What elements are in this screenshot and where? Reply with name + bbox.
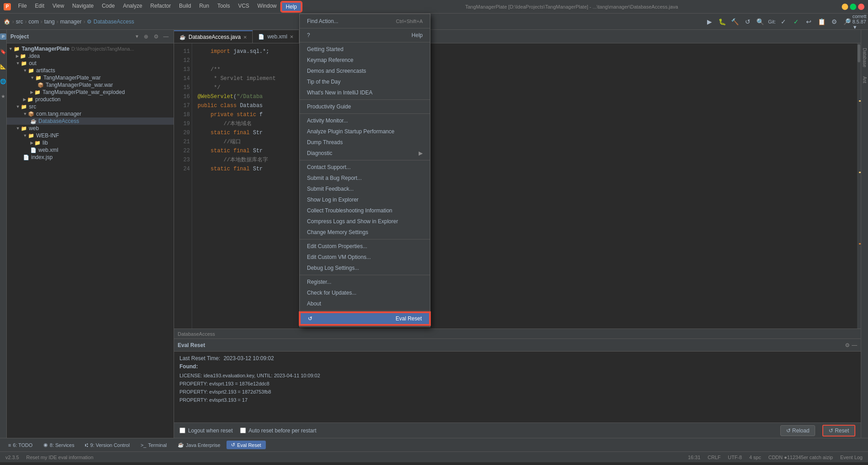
- menu-view[interactable]: View: [49, 2, 68, 12]
- panel-minimize-button[interactable]: —: [162, 33, 170, 41]
- menu-productivity-guide[interactable]: Productivity Guide: [300, 101, 430, 112]
- menu-whats-new[interactable]: What's New in IntelliJ IDEA: [300, 87, 430, 98]
- menu-edit-custom-props[interactable]: Edit Custom Properties...: [300, 241, 430, 252]
- menu-build[interactable]: Build: [175, 2, 195, 12]
- breadcrumb-file[interactable]: ⚙ DatabaseAccess: [87, 19, 134, 25]
- panel-settings-button[interactable]: ⚙: [152, 33, 160, 41]
- favorites-icon[interactable]: ★: [1, 94, 5, 99]
- tree-item[interactable]: ▼ 📁 WEB-INF: [7, 132, 174, 139]
- menu-eval-reset[interactable]: ↺ Eval Reset: [300, 312, 430, 325]
- tab-terminal[interactable]: >_ Terminal: [136, 441, 171, 449]
- menu-about[interactable]: About: [300, 298, 430, 309]
- tab-database-access[interactable]: ☕ DatabaseAccess.java ✕: [174, 30, 253, 43]
- search-button[interactable]: 🔍: [755, 17, 765, 27]
- tree-item[interactable]: ▼ 📁 TangManagerPlate D:\IdeaProjects\Tan…: [7, 45, 174, 52]
- minimize-button[interactable]: [842, 4, 848, 10]
- menu-tools[interactable]: Tools: [214, 2, 234, 12]
- tree-item[interactable]: 📄 web.xml: [7, 146, 174, 154]
- menu-submit-feedback[interactable]: Submit Feedback...: [300, 183, 430, 194]
- menu-refactor[interactable]: Refactor: [147, 2, 175, 12]
- menu-register[interactable]: Register...: [300, 277, 430, 287]
- tree-item[interactable]: ▼ 📁 artifacts: [7, 67, 174, 74]
- tree-item[interactable]: 📦 TangManagerPlate_war.war: [7, 81, 174, 89]
- panel-close-icon[interactable]: —: [852, 342, 857, 348]
- tab-webxml[interactable]: 📄 web.xml ✕: [253, 30, 299, 43]
- run-button[interactable]: ▶: [705, 17, 715, 27]
- tree-item[interactable]: ▼ 📁 src: [7, 103, 174, 110]
- maximize-button[interactable]: [850, 4, 856, 10]
- menu-file[interactable]: File: [14, 2, 30, 12]
- event-log[interactable]: Event Log: [840, 455, 863, 460]
- menu-contact-support[interactable]: Contact Support...: [300, 162, 430, 173]
- breadcrumb-tang[interactable]: tang: [44, 19, 55, 25]
- tree-item[interactable]: ▼ 📦 com.tang.manager: [7, 110, 174, 117]
- code-content[interactable]: import java.sql.*; /** * Servlet impleme…: [192, 43, 861, 329]
- ant-tab[interactable]: Ant: [862, 76, 867, 83]
- menu-help-item[interactable]: ? Help: [300, 30, 430, 41]
- menu-submit-bug[interactable]: Submit a Bug Report...: [300, 173, 430, 183]
- tab-eval-reset[interactable]: ↺ Eval Reset: [226, 441, 265, 449]
- reset-button[interactable]: ↺ Reset: [822, 425, 855, 437]
- panel-scope-button[interactable]: ⊕: [142, 33, 150, 41]
- code-editor[interactable]: 11 12 13 14 15 16 17 18 19 20 21 22 23 2…: [174, 43, 861, 329]
- database-tab[interactable]: Database: [862, 48, 867, 67]
- reload-button[interactable]: ↺: [743, 17, 753, 27]
- tree-item[interactable]: ▶ 📁 lib: [7, 139, 174, 146]
- settings-button[interactable]: ⚙: [829, 17, 839, 27]
- jdk-selector[interactable]: corrett 8.5.87 ▼: [854, 17, 864, 27]
- breadcrumb-project[interactable]: 🏠: [4, 19, 10, 25]
- tree-item[interactable]: ▶ 📁 .idea: [7, 52, 174, 60]
- tab-todo[interactable]: ≡ 6: TODO: [4, 441, 37, 449]
- search-everywhere[interactable]: 🔎: [842, 17, 852, 27]
- git-green-check[interactable]: ✓: [791, 17, 801, 27]
- menu-find-action[interactable]: Find Action... Ctrl+Shift+A: [300, 16, 430, 27]
- menu-collect-troubleshooting[interactable]: Collect Troubleshooting Information: [300, 205, 430, 216]
- tab-close-button[interactable]: ✕: [290, 34, 293, 39]
- bookmark-icon[interactable]: 🔖: [0, 49, 6, 55]
- breadcrumb-com[interactable]: com: [28, 19, 39, 25]
- menu-vcs[interactable]: VCS: [235, 2, 253, 12]
- breadcrumb-manager[interactable]: manager: [60, 19, 81, 25]
- tree-item[interactable]: ▶ 📁 production: [7, 96, 174, 103]
- scroll-bar[interactable]: [857, 43, 861, 329]
- tab-services[interactable]: ◉ 8: Services: [39, 441, 79, 449]
- menu-help[interactable]: Help: [281, 2, 302, 12]
- tab-java-enterprise[interactable]: ☕ Java Enterprise: [173, 441, 225, 449]
- menu-window[interactable]: Window: [254, 2, 280, 12]
- auto-reset-checkbox[interactable]: [240, 427, 246, 433]
- menu-analyze-plugin[interactable]: Analyze Plugin Startup Performance: [300, 126, 430, 137]
- copy-button[interactable]: 📋: [816, 17, 826, 27]
- tab-version-control[interactable]: ⑆ 9: Version Control: [80, 441, 134, 449]
- menu-edit[interactable]: Edit: [31, 2, 48, 12]
- tab-close-button[interactable]: ✕: [243, 35, 247, 40]
- menu-change-memory[interactable]: Change Memory Settings: [300, 227, 430, 238]
- menu-run[interactable]: Run: [196, 2, 213, 12]
- tree-item[interactable]: ▶ 📁 TangManagerPlate_war_exploded: [7, 89, 174, 96]
- git-checkmark-button[interactable]: ✓: [778, 17, 788, 27]
- build-button[interactable]: 🔨: [730, 17, 740, 27]
- menu-code[interactable]: Code: [98, 2, 118, 12]
- menu-navigate[interactable]: Navigate: [69, 2, 97, 12]
- tree-item[interactable]: ▼ 📁 web: [7, 125, 174, 132]
- panel-settings-icon[interactable]: ⚙: [845, 342, 850, 348]
- menu-edit-custom-vm[interactable]: Edit Custom VM Options...: [300, 252, 430, 263]
- tree-item[interactable]: ▼ 📁 out: [7, 60, 174, 67]
- menu-activity-monitor[interactable]: Activity Monitor...: [300, 115, 430, 126]
- menu-compress-logs[interactable]: Compress Logs and Show in Explorer: [300, 216, 430, 227]
- project-icon[interactable]: P: [0, 33, 6, 40]
- debug-button[interactable]: 🐛: [717, 17, 727, 27]
- breadcrumb-src[interactable]: src: [16, 19, 23, 25]
- menu-demos[interactable]: Demos and Screencasts: [300, 66, 430, 76]
- tree-item[interactable]: ☕ DatabaseAccess: [7, 117, 174, 125]
- close-button[interactable]: [858, 4, 864, 10]
- menu-diagnostic[interactable]: Diagnostic ▶: [300, 148, 430, 159]
- menu-tip-of-day[interactable]: Tip of the Day: [300, 76, 430, 87]
- menu-debug-log-settings[interactable]: Debug Log Settings...: [300, 263, 430, 273]
- menu-getting-started[interactable]: Getting Started: [300, 44, 430, 55]
- reload-button[interactable]: ↺ Reload: [780, 425, 815, 436]
- undo-button[interactable]: ↩: [804, 17, 814, 27]
- menu-keymap-reference[interactable]: Keymap Reference: [300, 55, 430, 66]
- menu-analyze[interactable]: Analyze: [119, 2, 146, 12]
- structure-icon[interactable]: 📐: [0, 64, 6, 70]
- logout-checkbox[interactable]: [179, 427, 185, 433]
